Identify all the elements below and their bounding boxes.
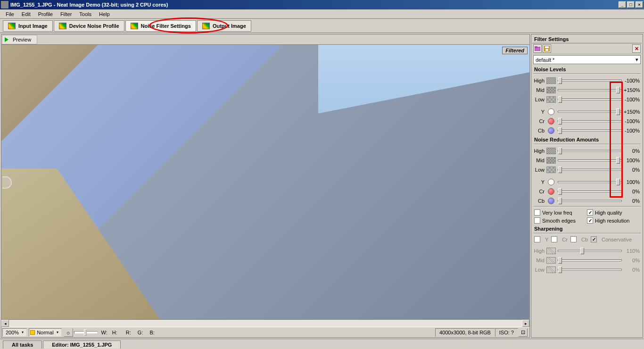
sharp-high-slider[interactable]: [558, 250, 622, 252]
high-resolution-checkbox[interactable]: [587, 217, 593, 224]
level-cr-value: -100%: [624, 118, 641, 124]
level-mid-slider[interactable]: [558, 89, 622, 91]
tab-output-image[interactable]: Output Image: [197, 20, 251, 32]
height-label: H:: [112, 330, 117, 335]
preset-dropdown[interactable]: default *▾: [533, 55, 641, 64]
sharp-cb-checkbox[interactable]: [570, 236, 577, 242]
b-label: B:: [149, 330, 154, 335]
reduct-high-value: 0%: [624, 148, 641, 154]
fit-button[interactable]: ⊡: [518, 328, 528, 337]
freq-mid-icon: [546, 87, 556, 93]
channel-y-icon: [548, 179, 554, 185]
level-cb-slider[interactable]: [558, 130, 622, 132]
filter-settings-panel: Filter Settings ✕ default *▾ Noise Level…: [531, 34, 643, 338]
freq-low-icon: [546, 166, 556, 173]
sharp-high-value: 110%: [624, 248, 641, 254]
preview-image[interactable]: Filtered: [1, 45, 529, 319]
panel-title: Filter Settings: [534, 36, 569, 42]
reduct-low-slider[interactable]: [558, 169, 622, 171]
horizontal-scrollbar[interactable]: ◂ ▸: [1, 319, 529, 327]
reduct-y-slider[interactable]: [558, 181, 622, 183]
menu-edit[interactable]: Edit: [18, 10, 34, 18]
viewmode-combo[interactable]: Normal: [29, 328, 61, 337]
titlebar: IMG_1255_1.JPG - Neat Image Demo (32-bit…: [0, 0, 644, 9]
minimize-button[interactable]: _: [619, 1, 626, 8]
task-tab-all[interactable]: All tasks: [3, 341, 42, 349]
iso-info: ISO: ?: [495, 328, 518, 337]
reset-preset-button[interactable]: ✕: [632, 44, 641, 53]
reduct-y-value: 100%: [624, 179, 641, 185]
reduct-cr-slider[interactable]: [558, 191, 622, 192]
tab-device-noise-profile[interactable]: Device Noise Profile: [54, 20, 124, 32]
sharp-y-checkbox[interactable]: [534, 236, 540, 242]
level-y-value: +150%: [624, 109, 641, 115]
high-quality-checkbox[interactable]: [587, 209, 593, 216]
menu-tools[interactable]: Tools: [75, 10, 95, 18]
menu-help[interactable]: Help: [95, 10, 114, 18]
svg-rect-2: [535, 46, 537, 48]
level-high-slider[interactable]: [558, 80, 622, 82]
sharp-cr-checkbox[interactable]: [551, 236, 557, 242]
image-icon: [8, 23, 16, 29]
brightness-button[interactable]: ☼: [64, 328, 73, 337]
app-icon: [1, 1, 8, 8]
tab-noise-filter-settings[interactable]: Noise Filter Settings: [125, 20, 196, 32]
level-cb-value: -100%: [624, 128, 641, 133]
menubar: File Edit Profile Filter Tools Help: [0, 9, 644, 19]
play-icon: [4, 37, 9, 42]
sharp-low-value: 0%: [624, 267, 641, 273]
reduct-cb-slider[interactable]: [558, 200, 622, 202]
level-cr-slider[interactable]: [558, 120, 622, 122]
noise-reduction-header: Noise Reduction Amounts: [532, 135, 642, 143]
freq-low-icon: [546, 96, 556, 103]
reduct-mid-slider[interactable]: [558, 159, 622, 161]
zoom-combo[interactable]: 200%: [2, 328, 27, 337]
nav-left-handle[interactable]: [2, 176, 12, 189]
channel-y-icon: [548, 108, 554, 115]
hatch-icon: [546, 257, 556, 264]
menu-profile[interactable]: Profile: [34, 10, 57, 18]
reduct-high-slider[interactable]: [558, 150, 622, 152]
svg-rect-4: [545, 46, 549, 48]
scroll-right-icon[interactable]: ▸: [522, 320, 529, 327]
chevron-down-icon: ▾: [636, 57, 638, 63]
freq-high-icon: [546, 148, 556, 154]
r-label: R:: [126, 330, 131, 335]
level-low-value: -100%: [624, 97, 641, 102]
sharpening-header: Sharpening: [532, 224, 642, 233]
output-icon: [202, 23, 210, 29]
width-label: W:: [101, 330, 107, 335]
close-button[interactable]: ×: [636, 1, 643, 8]
image-pane: Preview Filtered ◂ ▸ 200% Normal ☼ W: H:…: [1, 34, 530, 338]
tab-input-image[interactable]: Input Image: [3, 20, 53, 32]
menu-filter[interactable]: Filter: [57, 10, 75, 18]
task-tabs: All tasks Editor: IMG_1255_1.JPG: [0, 339, 644, 349]
filtered-badge: Filtered: [502, 47, 528, 54]
maximize-button[interactable]: □: [627, 1, 635, 8]
sharp-low-slider[interactable]: [558, 269, 622, 271]
preview-button[interactable]: Preview: [2, 35, 37, 44]
hatch-icon: [546, 248, 556, 254]
main-tabs: Input Image Device Noise Profile Noise F…: [0, 19, 644, 33]
save-preset-button[interactable]: [543, 44, 551, 53]
task-tab-editor[interactable]: Editor: IMG_1255_1.JPG: [43, 341, 121, 349]
sharp-conservative-checkbox[interactable]: [591, 236, 597, 242]
g-label: G:: [138, 330, 143, 335]
brightness-slider[interactable]: [74, 331, 98, 334]
sharp-mid-slider[interactable]: [558, 259, 622, 261]
open-preset-button[interactable]: [533, 44, 542, 53]
hatch-icon: [546, 266, 556, 273]
channel-cr-icon: [548, 118, 554, 125]
level-low-slider[interactable]: [558, 99, 622, 100]
channel-cb-icon: [548, 127, 554, 134]
reduct-cb-value: 0%: [624, 198, 641, 204]
menu-file[interactable]: File: [2, 10, 18, 18]
freq-high-icon: [546, 77, 556, 84]
scroll-left-icon[interactable]: ◂: [1, 320, 9, 327]
channel-cb-icon: [548, 198, 554, 204]
level-y-slider[interactable]: [558, 111, 622, 113]
smooth-edges-checkbox[interactable]: [534, 217, 540, 224]
settings-icon: [131, 23, 138, 29]
very-low-freq-checkbox[interactable]: [534, 209, 540, 216]
reduct-low-value: 0%: [624, 167, 641, 173]
